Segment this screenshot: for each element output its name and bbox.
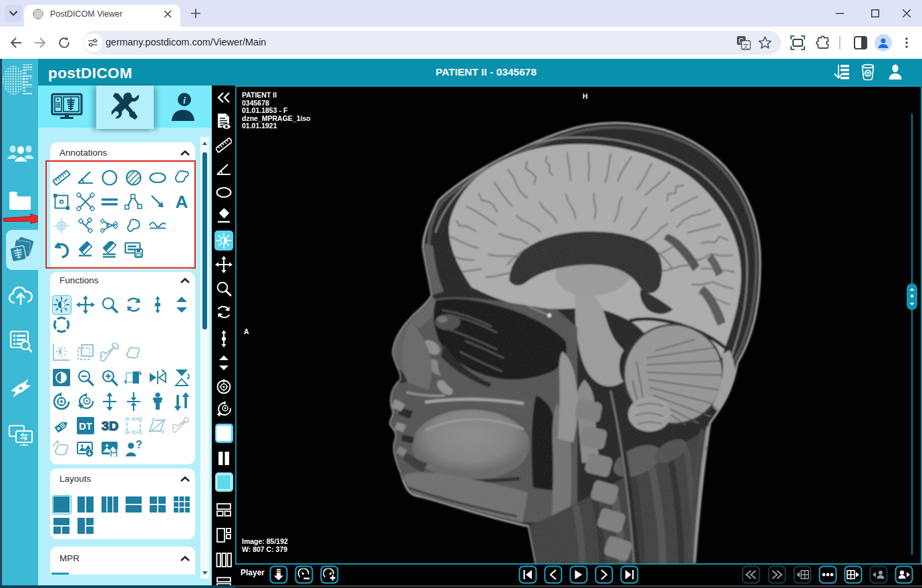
svg-text:3D: 3D [102,418,118,432]
svg-text:A: A [176,193,188,210]
svg-text:?: ? [136,440,142,450]
svg-text:文: 文 [743,42,750,49]
svg-text:♻: ♻ [865,69,871,77]
svg-text:DT: DT [79,420,92,432]
